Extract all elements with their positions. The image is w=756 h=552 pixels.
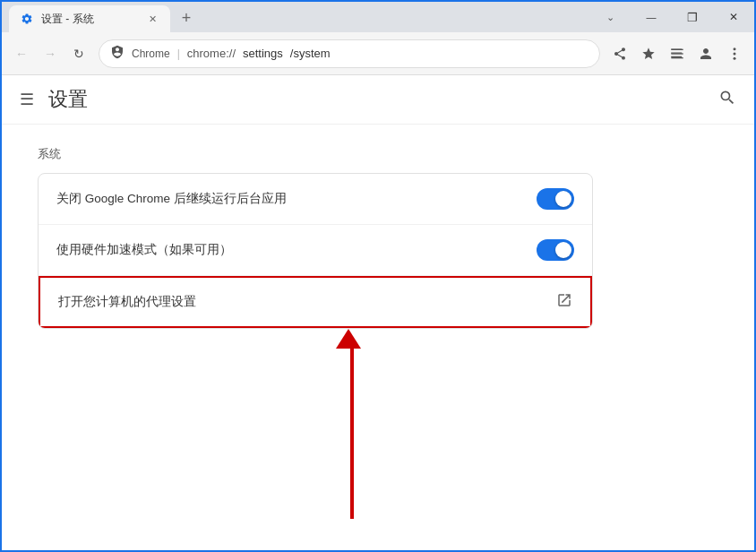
content-area: ☰ 设置 系统 关闭 Google Chrome 后继续运行后台应用 使用硬件加… <box>2 75 754 552</box>
star-icon <box>641 47 656 61</box>
arrow-head <box>336 329 361 349</box>
proxy-settings-row[interactable]: 打开您计算机的代理设置 <box>39 276 592 328</box>
arrow-container <box>38 329 593 526</box>
hardware-acceleration-row: 使用硬件加速模式（如果可用） <box>39 225 592 276</box>
hamburger-menu-button[interactable]: ☰ <box>20 90 34 109</box>
hardware-acceleration-toggle[interactable] <box>537 239 574 261</box>
red-arrow <box>342 329 361 519</box>
hardware-acceleration-label: 使用硬件加速模式（如果可用） <box>56 242 537 258</box>
svg-point-3 <box>734 47 736 50</box>
tab-strip: 设置 - 系统 ✕ + <box>2 2 199 32</box>
svg-rect-0 <box>671 48 683 49</box>
minimize-button[interactable] <box>631 2 672 32</box>
bookmark-button[interactable] <box>636 41 661 66</box>
url-prefix: chrome:// <box>187 47 236 60</box>
svg-rect-2 <box>671 57 683 58</box>
profile-button[interactable] <box>693 41 718 66</box>
tab-title: 设置 - 系统 <box>41 12 138 27</box>
svg-point-4 <box>734 52 736 55</box>
title-bar: 设置 - 系统 ✕ + ⌄ <box>2 2 754 32</box>
open-external-icon <box>556 292 572 308</box>
minimize-area: ⌄ <box>589 2 631 32</box>
tab-search-icon <box>670 47 684 61</box>
page-title: 设置 <box>48 86 88 113</box>
settings-card: 关闭 Google Chrome 后继续运行后台应用 使用硬件加速模式（如果可用… <box>38 173 593 329</box>
minimize-icon <box>647 11 657 23</box>
tab-favicon <box>20 12 34 26</box>
close-icon <box>729 11 738 23</box>
url-settings: settings <box>243 47 283 60</box>
restore-icon <box>687 11 698 24</box>
search-icon <box>718 89 736 107</box>
url-badge: Chrome <box>132 47 170 60</box>
background-apps-toggle[interactable] <box>537 188 574 210</box>
search-button[interactable] <box>718 89 736 111</box>
window-controls: ⌄ <box>589 2 754 32</box>
kebab-menu-icon <box>726 46 743 62</box>
menu-button[interactable] <box>722 41 747 66</box>
url-bar[interactable]: Chrome | chrome://settings/system <box>99 39 600 68</box>
svg-point-5 <box>734 56 736 59</box>
share-button[interactable] <box>607 41 632 66</box>
lock-icon <box>110 45 125 62</box>
forward-button[interactable]: → <box>38 41 63 66</box>
chrome-shield-icon <box>110 45 125 59</box>
address-bar: ← → ↻ Chrome | chrome://settings/system <box>2 32 754 75</box>
new-tab-button[interactable]: + <box>174 5 199 30</box>
external-link-icon[interactable] <box>556 292 572 312</box>
section-title: 系统 <box>38 146 593 162</box>
proxy-settings-label: 打开您计算机的代理设置 <box>58 294 556 310</box>
background-apps-row: 关闭 Google Chrome 后继续运行后台应用 <box>39 174 592 225</box>
url-separator: | <box>177 47 180 60</box>
settings-page: ☰ 设置 系统 关闭 Google Chrome 后继续运行后台应用 使用硬件加… <box>2 75 754 552</box>
tab-close-button[interactable]: ✕ <box>145 12 159 26</box>
back-button[interactable]: ← <box>9 41 34 66</box>
svg-rect-1 <box>671 53 683 54</box>
url-suffix: /system <box>290 47 331 60</box>
close-button[interactable] <box>713 2 754 32</box>
share-icon <box>613 47 627 61</box>
settings-header: ☰ 设置 <box>2 75 754 125</box>
arrow-shaft <box>350 349 354 519</box>
maximize-button[interactable] <box>672 2 713 32</box>
background-apps-label: 关闭 Google Chrome 后继续运行后台应用 <box>56 191 537 207</box>
tab-search-button[interactable] <box>665 41 690 66</box>
settings-body: 系统 关闭 Google Chrome 后继续运行后台应用 使用硬件加速模式（如… <box>2 125 629 548</box>
profile-icon <box>698 46 714 62</box>
reload-button[interactable]: ↻ <box>66 41 91 66</box>
gear-icon <box>21 13 33 25</box>
active-tab[interactable]: 设置 - 系统 ✕ <box>9 5 170 32</box>
